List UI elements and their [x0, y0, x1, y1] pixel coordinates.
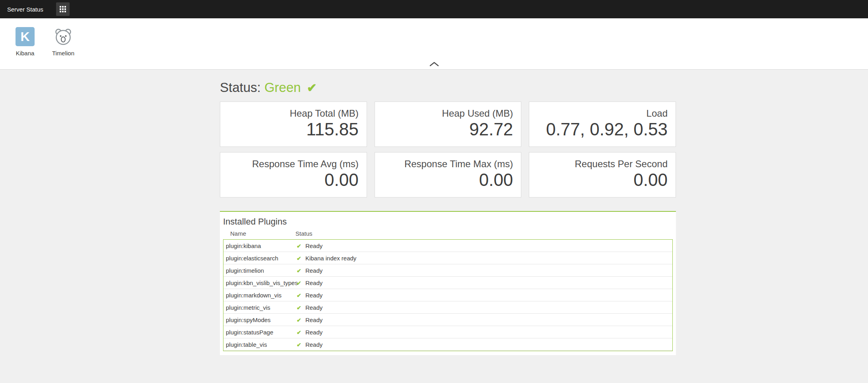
metric-value: 0.00: [228, 171, 359, 189]
plugin-status-cell: ✔ Ready: [296, 242, 672, 249]
app-label-timelion: Timelion: [50, 50, 76, 57]
metric-card: Response Time Max (ms) 0.00: [375, 152, 522, 197]
plugin-status: Ready: [305, 317, 322, 323]
check-icon: ✔: [297, 280, 301, 286]
kibana-icon: K: [16, 27, 35, 46]
check-icon: ✔: [297, 317, 301, 323]
check-icon: ✔: [297, 268, 301, 274]
plugin-row: plugin:kibana ✔ Ready: [223, 240, 672, 252]
plugin-row: plugin:metric_vis ✔ Ready: [223, 301, 672, 314]
plugin-name: plugin:markdown_vis: [223, 292, 296, 299]
plugin-name: plugin:statusPage: [223, 329, 296, 336]
collapse-chevron-icon[interactable]: [427, 60, 441, 68]
app-label-kibana: Kibana: [12, 50, 38, 57]
metric-name: Heap Total (MB): [228, 108, 359, 119]
plugin-status-cell: ✔ Ready: [296, 317, 672, 323]
plugin-row: plugin:timelion ✔ Ready: [223, 264, 672, 277]
plugin-row: plugin:spyModes ✔ Ready: [223, 314, 672, 326]
plugin-name: plugin:table_vis: [223, 341, 296, 348]
metric-card: Heap Used (MB) 92.72: [375, 102, 522, 147]
plugin-status: Ready: [305, 304, 322, 311]
plugin-row: plugin:table_vis ✔ Ready: [223, 338, 672, 351]
column-header-status: Status: [295, 230, 673, 237]
plugins-title: Installed Plugins: [223, 217, 673, 227]
metric-name: Requests Per Second: [537, 158, 668, 170]
plugin-status-cell: ✔ Ready: [296, 329, 672, 336]
plugin-name: plugin:spyModes: [223, 317, 296, 323]
plugin-status-cell: ✔ Ready: [296, 292, 672, 299]
app-tile-kibana[interactable]: K Kibana: [12, 27, 38, 69]
check-icon: ✔: [297, 329, 301, 336]
check-icon: ✔: [297, 305, 301, 311]
plugin-name: plugin:timelion: [223, 267, 296, 274]
metrics-grid: Heap Total (MB) 115.85 Heap Used (MB) 92…: [220, 102, 676, 197]
plugin-row: plugin:kbn_vislib_vis_types ✔ Ready: [223, 277, 672, 289]
plugin-status-cell: ✔ Ready: [296, 304, 672, 311]
plugin-row: plugin:statusPage ✔ Ready: [223, 326, 672, 338]
topbar: Server Status: [0, 0, 868, 18]
plugin-status-cell: ✔ Ready: [296, 267, 672, 274]
installed-plugins-panel: Installed Plugins Name Status plugin:kib…: [220, 211, 676, 355]
check-icon: ✔: [297, 243, 301, 249]
plugin-status-cell: ✔ Ready: [296, 341, 672, 348]
check-icon: ✔: [297, 255, 301, 262]
plugin-status-cell: ✔ Ready: [296, 279, 672, 286]
plugins-table-body: plugin:kibana ✔ Ready plugin:elasticsear…: [223, 239, 673, 351]
check-icon: ✔: [297, 292, 301, 299]
metric-name: Load: [537, 108, 668, 119]
metric-name: Heap Used (MB): [383, 108, 513, 119]
metric-card: Requests Per Second 0.00: [529, 152, 676, 197]
timelion-bear-icon: [54, 27, 73, 46]
plugin-status: Ready: [305, 267, 322, 274]
status-value: Green: [264, 80, 301, 95]
column-header-name: Name: [223, 230, 295, 237]
metric-card: Load 0.77, 0.92, 0.53: [529, 102, 676, 147]
plugins-table-header: Name Status: [223, 230, 673, 239]
grid-icon: [56, 2, 70, 16]
plugin-status: Ready: [305, 242, 322, 249]
app-tile-timelion[interactable]: Timelion: [50, 27, 76, 69]
page-title: Status: Green ✔: [220, 80, 676, 95]
metric-name: Response Time Avg (ms): [228, 158, 359, 170]
plugin-row: plugin:markdown_vis ✔ Ready: [223, 289, 672, 301]
check-icon: ✔: [297, 342, 301, 348]
status-page: Status: Green ✔ Heap Total (MB) 115.85 H…: [0, 70, 868, 355]
app-title: Server Status: [0, 6, 43, 13]
plugin-name: plugin:kbn_vislib_vis_types: [223, 279, 296, 286]
plugin-status: Ready: [305, 341, 322, 348]
app-launcher-panel: K Kibana Timelion: [0, 18, 868, 70]
metric-value: 115.85: [228, 120, 359, 139]
metric-card: Heap Total (MB) 115.85: [220, 102, 367, 147]
plugin-status: Ready: [305, 329, 322, 336]
metric-value: 0.00: [383, 171, 513, 189]
metric-card: Response Time Avg (ms) 0.00: [220, 152, 367, 197]
plugin-row: plugin:elasticsearch ✔ Kibana index read…: [223, 252, 672, 264]
plugin-status: Ready: [305, 292, 322, 299]
plugin-status-cell: ✔ Kibana index ready: [296, 255, 672, 262]
plugin-name: plugin:elasticsearch: [223, 255, 296, 262]
plugin-name: plugin:metric_vis: [223, 304, 296, 311]
metric-value: 0.77, 0.92, 0.53: [537, 120, 668, 139]
plugin-status: Kibana index ready: [305, 255, 356, 262]
metric-name: Response Time Max (ms): [383, 158, 513, 170]
status-main-column: Status: Green ✔ Heap Total (MB) 115.85 H…: [220, 80, 676, 355]
plugin-name: plugin:kibana: [223, 242, 296, 249]
plugin-status: Ready: [305, 279, 322, 286]
metric-value: 92.72: [383, 120, 513, 139]
status-check-icon: ✔: [307, 81, 317, 94]
metric-value: 0.00: [537, 171, 668, 189]
app-switcher-button[interactable]: [54, 0, 72, 18]
status-label: Status:: [220, 80, 261, 95]
